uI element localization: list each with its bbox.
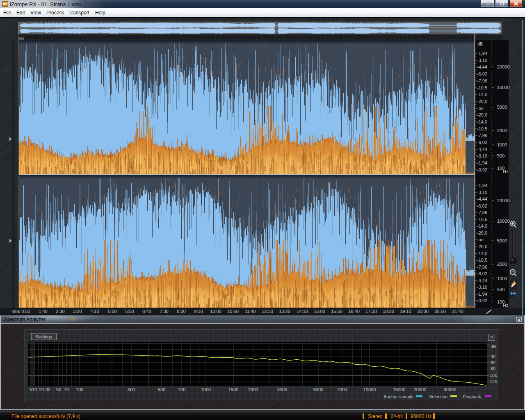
svg-text:17:30: 17:30 [365, 309, 377, 314]
svg-text:2000: 2000 [497, 128, 507, 133]
svg-text:-6,02: -6,02 [477, 271, 487, 276]
svg-text:30: 30 [46, 387, 50, 392]
svg-text:10: 10 [32, 387, 37, 392]
svg-text:40: 40 [491, 354, 495, 359]
svg-text:-20,0: -20,0 [477, 99, 487, 104]
svg-text:-1,94: -1,94 [477, 183, 487, 188]
svg-text:1000: 1000 [497, 142, 507, 147]
svg-text:21:40: 21:40 [452, 309, 463, 314]
svg-text:2000: 2000 [497, 262, 507, 267]
svg-text:6:40: 6:40 [142, 309, 151, 314]
svg-text:dB: dB [477, 41, 483, 46]
svg-text:dB: dB [491, 344, 496, 349]
svg-text:20000: 20000 [497, 64, 510, 69]
svg-text:1000: 1000 [201, 387, 211, 392]
svg-text:3:20: 3:20 [73, 309, 82, 314]
svg-text:-oo: -oo [477, 106, 484, 111]
svg-text:19:10: 19:10 [400, 309, 411, 314]
svg-text:-14,0: -14,0 [477, 224, 487, 228]
svg-text:80: 80 [491, 366, 495, 371]
svg-text:15000: 15000 [393, 387, 406, 392]
svg-text:7:30: 7:30 [160, 309, 168, 314]
svg-text:-4,44: -4,44 [477, 64, 487, 69]
svg-text:-0,92: -0,92 [477, 167, 487, 172]
svg-text:20:00: 20:00 [417, 309, 429, 314]
svg-text:500: 500 [158, 387, 165, 392]
svg-text:-3,10: -3,10 [477, 285, 487, 290]
svg-text:Hz: Hz [503, 303, 508, 308]
svg-text:300: 300 [128, 387, 135, 392]
svg-text:50: 50 [56, 387, 61, 392]
svg-text:-10,5: -10,5 [477, 85, 487, 90]
svg-text:5000: 5000 [497, 105, 507, 110]
svg-text:-4,44: -4,44 [477, 147, 487, 152]
svg-text:-3,10: -3,10 [477, 58, 487, 63]
svg-text:8:20: 8:20 [177, 309, 185, 314]
svg-text:10000: 10000 [497, 85, 510, 90]
svg-text:Hz: Hz [503, 169, 508, 174]
svg-text:-20,0: -20,0 [477, 244, 487, 249]
svg-text:-oo: -oo [477, 237, 484, 242]
svg-text:16:40: 16:40 [348, 309, 360, 314]
svg-text:4:10: 4:10 [90, 309, 99, 314]
svg-text:2:30: 2:30 [56, 309, 64, 314]
svg-text:5:50: 5:50 [125, 309, 134, 314]
svg-text:-20,0: -20,0 [477, 112, 487, 117]
svg-text:Anchor sample: Anchor sample [383, 394, 413, 399]
svg-text:-1,94: -1,94 [477, 51, 487, 56]
svg-text:14:10: 14:10 [297, 309, 308, 314]
svg-text:-7,96: -7,96 [477, 265, 487, 269]
svg-text:1000: 1000 [497, 276, 507, 281]
svg-text:-3,10: -3,10 [477, 190, 487, 195]
svg-text:-20,0: -20,0 [477, 231, 487, 235]
svg-text:-10,5: -10,5 [477, 258, 487, 262]
svg-text:13:20: 13:20 [279, 309, 290, 314]
svg-text:-7,96: -7,96 [477, 133, 487, 138]
svg-text:-3,10: -3,10 [477, 153, 487, 158]
svg-text:15:50: 15:50 [331, 309, 342, 314]
svg-text:3000: 3000 [277, 387, 287, 392]
svg-text:15:00: 15:00 [314, 309, 325, 314]
svg-text:-1,94: -1,94 [477, 160, 487, 165]
svg-text:20: 20 [39, 387, 44, 392]
svg-text:500: 500 [497, 153, 504, 158]
svg-text:2000: 2000 [248, 387, 258, 392]
svg-text:12:30: 12:30 [262, 309, 273, 314]
svg-text:-14,0: -14,0 [477, 119, 487, 124]
svg-text:Selection: Selection [429, 394, 447, 399]
svg-text:18:20: 18:20 [383, 309, 394, 314]
svg-text:20000: 20000 [414, 387, 427, 392]
svg-text:7000: 7000 [337, 387, 347, 392]
svg-text:10:00: 10:00 [210, 309, 221, 314]
svg-text:5000: 5000 [497, 238, 507, 243]
svg-text:1500: 1500 [228, 387, 238, 392]
svg-text:11:40: 11:40 [245, 309, 256, 314]
svg-text:-6,02: -6,02 [477, 203, 487, 208]
svg-text:9:10: 9:10 [194, 309, 203, 314]
svg-text:5000: 5000 [313, 387, 323, 392]
svg-text:30000: 30000 [444, 387, 457, 392]
svg-text:10000: 10000 [497, 219, 510, 224]
svg-text:5:00: 5:00 [108, 309, 116, 314]
svg-text:100: 100 [490, 373, 497, 378]
svg-text:-0,92: -0,92 [477, 298, 487, 303]
svg-text:10000: 10000 [363, 387, 376, 392]
svg-text:-7,96: -7,96 [477, 78, 487, 83]
svg-text:1:40: 1:40 [39, 309, 47, 314]
svg-text:-4,44: -4,44 [477, 196, 487, 201]
svg-text:120: 120 [490, 379, 497, 384]
svg-text:60: 60 [491, 360, 495, 365]
svg-text:-7,96: -7,96 [477, 210, 487, 215]
svg-text:-10,5: -10,5 [477, 126, 487, 131]
svg-text:Playback: Playback [463, 394, 481, 399]
svg-text:-14,0: -14,0 [477, 251, 487, 256]
svg-text:-1,94: -1,94 [477, 292, 487, 297]
svg-text:-10,5: -10,5 [477, 217, 487, 222]
svg-text:500: 500 [497, 287, 504, 292]
svg-text:-14,0: -14,0 [477, 92, 487, 97]
svg-text:-6,02: -6,02 [477, 140, 487, 145]
svg-text:10:50: 10:50 [227, 309, 239, 314]
svg-text:hms: hms [11, 309, 20, 314]
svg-text:0:50: 0:50 [21, 309, 30, 314]
svg-text:20000: 20000 [497, 198, 510, 203]
